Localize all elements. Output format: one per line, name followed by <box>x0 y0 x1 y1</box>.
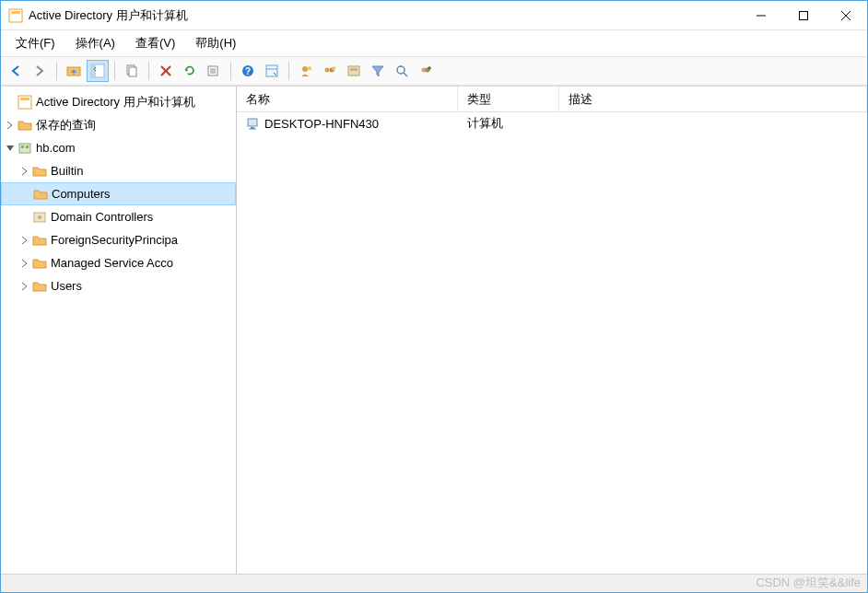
copy-icon <box>124 64 139 78</box>
toolbar-separator <box>114 62 115 80</box>
delete-button[interactable] <box>155 60 177 82</box>
menu-file[interactable]: 文件(F) <box>6 31 65 55</box>
svg-point-22 <box>325 68 330 73</box>
expand-icon[interactable] <box>18 256 32 271</box>
list-pane: 名称 类型 描述 DESKTOP-HNFN430 计算机 <box>237 87 867 574</box>
list-rows[interactable]: DESKTOP-HNFN430 计算机 <box>237 112 867 574</box>
tree-pane[interactable]: Active Directory 用户和计算机 保存的查询 hb.com Bui… <box>1 87 237 574</box>
refresh-icon <box>182 64 197 78</box>
expand-icon[interactable] <box>18 164 32 179</box>
row-name: DESKTOP-HNFN430 <box>264 117 379 131</box>
list-row[interactable]: DESKTOP-HNFN430 计算机 <box>237 112 867 134</box>
expand-icon[interactable] <box>18 233 32 248</box>
help-button[interactable]: ? <box>237 60 259 82</box>
toolbar-separator <box>56 62 57 80</box>
titlebar: Active Directory 用户和计算机 <box>1 1 867 30</box>
svg-rect-25 <box>350 68 358 71</box>
blank-expander <box>18 187 33 202</box>
maximize-button[interactable] <box>782 2 825 29</box>
toolbar-separator <box>230 62 231 80</box>
ou-icon <box>32 210 47 225</box>
arrow-left-icon <box>8 64 23 78</box>
folder-icon <box>32 233 47 248</box>
find-button[interactable] <box>391 60 413 82</box>
app-icon <box>8 8 23 23</box>
statusbar <box>1 574 867 592</box>
close-button[interactable] <box>825 2 867 29</box>
show-tree-button[interactable] <box>87 60 109 82</box>
row-type: 计算机 <box>458 115 559 132</box>
export-list-icon <box>206 64 221 78</box>
up-button[interactable] <box>63 60 85 82</box>
users-plus-icon <box>418 64 433 78</box>
tree-msa-label: Managed Service Acco <box>51 256 173 270</box>
tree-saved-queries[interactable]: 保存的查询 <box>1 113 236 136</box>
list-header: 名称 类型 描述 <box>237 87 867 112</box>
folder-icon <box>18 118 32 133</box>
tree-dc-label: Domain Controllers <box>51 210 153 224</box>
svg-rect-10 <box>129 67 136 76</box>
filter-button[interactable] <box>367 60 389 82</box>
svg-rect-1 <box>11 11 20 14</box>
back-button[interactable] <box>5 60 27 82</box>
tree-computers[interactable]: Computers <box>1 182 236 205</box>
delete-icon <box>158 64 173 78</box>
svg-text:?: ? <box>245 66 251 76</box>
tree-builtin[interactable]: Builtin <box>1 159 236 182</box>
tree-saved-queries-label: 保存的查询 <box>36 117 96 134</box>
new-group-button[interactable] <box>319 60 341 82</box>
col-type[interactable]: 类型 <box>458 87 559 111</box>
menu-action[interactable]: 操作(A) <box>66 31 124 55</box>
arrow-right-icon <box>32 64 47 78</box>
col-description[interactable]: 描述 <box>559 87 867 111</box>
copy-button[interactable] <box>121 60 143 82</box>
tree-msa[interactable]: Managed Service Acco <box>1 251 236 274</box>
window-title: Active Directory 用户和计算机 <box>29 7 740 24</box>
watermark: CSDN @坦笑&&life <box>756 575 861 591</box>
tree-domain[interactable]: hb.com <box>1 136 236 159</box>
menu-view[interactable]: 查看(V) <box>126 31 184 55</box>
expand-icon[interactable] <box>18 279 32 294</box>
expand-icon[interactable] <box>3 118 18 133</box>
window-controls <box>740 2 867 29</box>
tree-users[interactable]: Users <box>1 274 236 297</box>
menu-help[interactable]: 帮助(H) <box>186 31 245 55</box>
svg-line-27 <box>404 73 407 76</box>
blank-expander <box>3 95 18 110</box>
new-ou-button[interactable] <box>343 60 365 82</box>
forward-button[interactable] <box>29 60 51 82</box>
folder-up-icon <box>66 64 81 78</box>
col-name[interactable]: 名称 <box>237 87 458 111</box>
help-icon: ? <box>240 64 255 78</box>
svg-rect-33 <box>20 98 29 100</box>
new-user-button[interactable] <box>295 60 317 82</box>
minimize-button[interactable] <box>740 2 782 29</box>
svg-rect-35 <box>21 145 24 148</box>
blank-expander <box>18 210 32 225</box>
tree-root[interactable]: Active Directory 用户和计算机 <box>1 90 236 113</box>
tree-root-label: Active Directory 用户和计算机 <box>36 94 195 110</box>
properties-icon <box>264 64 279 78</box>
toolbar-separator <box>148 62 149 80</box>
tree-domain-controllers[interactable]: Domain Controllers <box>1 205 236 228</box>
export-button[interactable] <box>203 60 225 82</box>
collapse-icon[interactable] <box>3 141 18 156</box>
toolbar-separator <box>288 62 289 80</box>
svg-rect-8 <box>91 64 96 77</box>
menubar: 文件(F) 操作(A) 查看(V) 帮助(H) <box>1 30 867 56</box>
ou-icon <box>346 64 361 78</box>
properties-button[interactable] <box>261 60 283 82</box>
tree-domain-label: hb.com <box>36 141 76 155</box>
group-star-icon <box>323 64 337 78</box>
svg-rect-3 <box>800 11 808 19</box>
svg-rect-36 <box>26 145 29 148</box>
refresh-button[interactable] <box>179 60 201 82</box>
svg-point-21 <box>302 66 308 72</box>
tree-computers-label: Computers <box>52 187 111 201</box>
add-query-button[interactable] <box>415 60 437 82</box>
svg-rect-34 <box>19 144 30 153</box>
content-area: Active Directory 用户和计算机 保存的查询 hb.com Bui… <box>1 86 867 574</box>
tree-fsp[interactable]: ForeignSecurityPrincipa <box>1 228 236 251</box>
search-icon <box>394 64 409 78</box>
user-star-icon <box>299 64 313 78</box>
